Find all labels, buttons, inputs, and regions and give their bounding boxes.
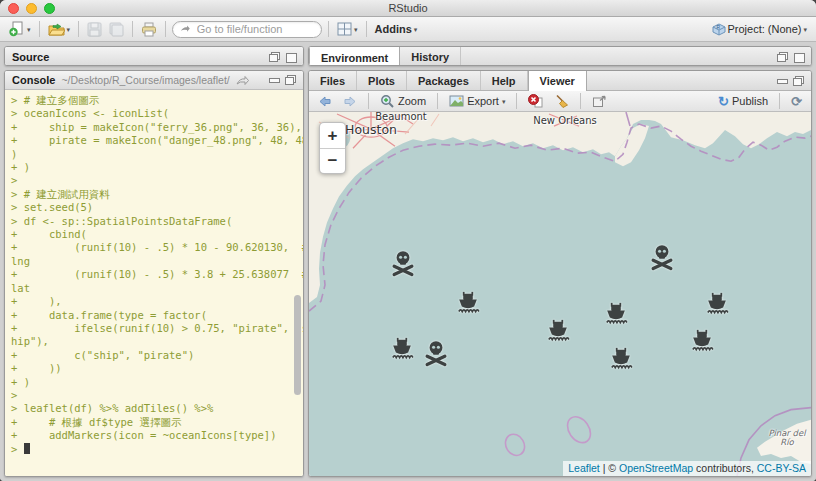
map-zoom-in-button[interactable]: + [320,123,345,148]
save-all-icon [109,22,124,37]
goto-arrow-icon [180,24,190,35]
source-pane-title: Source [12,51,49,63]
source-pane: Source [4,46,304,66]
export-button-label: Export [467,95,499,107]
map-zoom-out-button[interactable]: − [320,148,345,173]
viewer-tab-row: Files Plots Packages Help Viewer [309,71,811,91]
source-restore-button[interactable] [269,52,280,62]
console-restore-button[interactable] [285,75,296,85]
minimize-window-button[interactable] [26,3,37,14]
panes-dropdown[interactable]: ▾ [354,26,358,33]
broom-icon [554,94,569,108]
right-column: Environment History Files Plots Packages… [308,46,812,477]
leaflet-link[interactable]: Leaflet [568,462,600,474]
goto-directory-icon[interactable] [236,75,249,85]
tab-packages[interactable]: Packages [407,71,481,90]
ship-marker[interactable] [547,319,570,342]
viewer-minimize-button[interactable] [777,76,788,86]
export-image-icon [449,95,464,107]
project-menu[interactable]: R Project: (None) ▾ [710,22,810,37]
console-minimize-button[interactable] [269,75,280,85]
zoom-window-button[interactable] [44,3,55,14]
tab-plots[interactable]: Plots [357,71,407,90]
refresh-icon: ⟳ [791,95,802,108]
title-bar: RStudio [0,0,816,17]
pirate-marker[interactable] [390,250,417,277]
workspace-panes-button[interactable]: ▾ [335,21,360,37]
save-all-button[interactable] [107,21,126,38]
osm-link[interactable]: OpenStreetMap [619,462,693,474]
environment-maximize-button[interactable] [793,52,804,62]
ship-marker[interactable] [457,291,480,314]
traffic-lights [8,3,55,14]
tab-history[interactable]: History [400,47,461,66]
environment-pane: Environment History [308,46,812,66]
goto-file-input[interactable] [195,22,314,36]
zoom-button[interactable]: Zoom [377,93,429,109]
pirate-marker[interactable] [649,244,676,271]
console-pane-title: Console [12,74,55,86]
source-pane-header[interactable]: Source [5,47,303,66]
console-pane-header[interactable]: Console ~/Desktop/R_Course/images/leafle… [5,71,303,90]
viewer-pane: Files Plots Packages Help Viewer [308,70,812,477]
console-cursor [24,443,30,454]
ship-marker[interactable] [605,302,628,325]
print-button[interactable] [139,21,159,38]
project-label: Project: (None) [728,23,802,35]
viewer-restore-button[interactable] [793,76,804,86]
open-file-button[interactable]: ▾ [46,21,73,38]
console-pane: Console ~/Desktop/R_Course/images/leafle… [4,70,304,477]
project-cube-icon: R [712,23,726,36]
close-window-button[interactable] [8,3,19,14]
leaflet-map[interactable]: Houston Beaumont New Orleans Pinar del R… [309,112,811,476]
open-in-new-window-button[interactable] [589,94,610,109]
new-file-button[interactable]: ▾ [7,20,33,38]
map-tiles [309,112,811,476]
back-button[interactable] [315,94,335,109]
ship-marker[interactable] [610,347,633,370]
tab-viewer[interactable]: Viewer [528,71,587,91]
clean-all-button[interactable] [551,93,572,109]
left-column: Source Console ~/Desktop/R_Course/images… [4,46,304,477]
new-file-dropdown[interactable]: ▾ [27,26,31,33]
addins-label: Addins [375,23,412,35]
goto-file-search[interactable] [172,21,322,38]
tab-files[interactable]: Files [309,71,357,90]
forward-button[interactable] [340,94,360,109]
forward-arrow-icon [343,95,357,108]
print-icon [141,22,157,37]
environment-restore-button[interactable] [777,52,788,62]
zoom-button-label: Zoom [398,95,426,107]
tab-environment[interactable]: Environment [309,47,400,66]
refresh-button[interactable]: ⟳ [788,94,805,109]
magnifier-icon [380,94,395,108]
save-button[interactable] [85,21,104,38]
environment-tab-row: Environment History [309,47,811,66]
attribution-separator: | © [600,462,619,474]
map-attribution: Leaflet | © OpenStreetMap contributors, … [563,461,811,476]
publish-button-label: Publish [732,95,768,107]
addins-menu[interactable]: Addins ▾ [373,22,420,36]
tab-help[interactable]: Help [481,71,528,90]
console-scrollbar[interactable] [294,295,301,395]
new-file-icon [9,21,25,37]
open-file-dropdown[interactable]: ▾ [67,26,71,33]
clear-viewer-button[interactable] [525,93,546,109]
ship-marker[interactable] [391,337,414,360]
export-button[interactable]: Export ▾ [446,94,508,108]
console-output[interactable]: > # 建立多個圖示 > oceanIcons <- iconList( + s… [5,90,303,476]
rstudio-window: RStudio ▾ ▾ [0,0,816,481]
panes-grid-icon [337,22,352,36]
ship-marker[interactable] [706,292,729,315]
clear-red-icon [528,94,543,108]
ship-marker[interactable] [691,329,714,352]
source-maximize-button[interactable] [285,52,296,62]
new-window-icon [592,95,607,108]
publish-icon: ↻ [718,95,729,108]
license-link[interactable]: CC-BY-SA [757,462,806,474]
console-text: > # 建立多個圖示 > oceanIcons <- iconList( + s… [5,90,303,460]
back-arrow-icon [318,95,332,108]
map-zoom-control: + − [319,122,346,174]
publish-button[interactable]: ↻ Publish [715,94,771,109]
pirate-marker[interactable] [423,340,450,367]
